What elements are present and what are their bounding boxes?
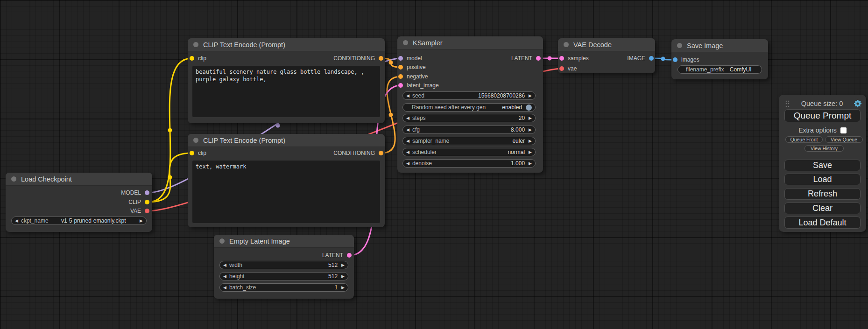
increment-arrow-icon[interactable]: ▶ [529,139,532,143]
input-slot-samples[interactable]: samples [559,54,589,63]
input-slot-positive[interactable]: positive [398,63,426,72]
random-seed-toggle-widget[interactable]: Random seed after every gen enabled [402,103,536,112]
input-slot-clip[interactable]: clip [190,54,206,63]
input-dot-clip[interactable] [190,56,194,61]
input-dot-images[interactable] [673,57,677,62]
node-title-bar[interactable]: Load Checkpoint [6,173,152,186]
collapse-dot[interactable] [219,238,225,244]
ckpt-name-widget[interactable]: ◀ ckpt_name v1-5-pruned-emaonly.ckpt ▶ [11,217,147,225]
steps-widget[interactable]: ◀ steps 20 ▶ [402,114,536,122]
output-dot-latent[interactable] [536,56,541,61]
decrement-arrow-icon[interactable]: ◀ [406,128,409,132]
input-slot-clip[interactable]: clip [190,148,206,158]
node-title-bar[interactable]: Empty Latent Image [214,235,354,248]
output-dot-conditioning[interactable] [379,151,383,155]
node-clip-text-encode-positive[interactable]: CLIP Text Encode (Prompt) clip CONDITION… [188,38,385,123]
input-dot-clip[interactable] [190,151,194,155]
refresh-button[interactable]: Refresh [784,188,861,200]
node-title-bar[interactable]: CLIP Text Encode (Prompt) [188,134,385,147]
input-dot-latent-image[interactable] [398,83,403,88]
batch-size-widget[interactable]: ◀ batch_size 1 ▶ [219,283,348,292]
filename-prefix-widget[interactable]: filename_prefix ComfyUI [677,65,762,74]
decrement-arrow-icon[interactable]: ◀ [406,139,409,143]
output-dot-image[interactable] [649,56,654,61]
view-history-button[interactable]: View History [804,145,844,152]
output-slot-image[interactable]: IMAGE [627,54,654,63]
load-button[interactable]: Load [784,174,861,185]
increment-arrow-icon[interactable]: ▶ [341,263,345,267]
input-dot-positive[interactable] [398,65,403,70]
drag-handle-icon[interactable] [785,100,790,108]
output-slot-clip[interactable]: CLIP [128,197,149,207]
input-slot-negative[interactable]: negative [398,72,428,81]
collapse-dot[interactable] [677,43,682,48]
seed-widget[interactable]: ◀ seed 156680208700286 ▶ [402,91,536,100]
output-dot-vae[interactable] [145,209,149,213]
decrement-arrow-icon[interactable]: ◀ [406,150,409,154]
load-default-button[interactable]: Load Default [784,217,861,229]
node-title-bar[interactable]: KSampler [397,36,543,49]
input-slot-latent-image[interactable]: latent_image [398,81,439,90]
collapse-dot[interactable] [403,40,408,45]
view-queue-button[interactable]: View Queue [825,136,863,143]
height-widget[interactable]: ◀ height 512 ▶ [219,272,348,280]
decrement-arrow-icon[interactable]: ◀ [406,116,409,120]
node-ksampler[interactable]: KSampler model positive negative latent_… [397,36,543,173]
collapse-dot[interactable] [193,42,198,47]
node-vae-decode[interactable]: VAE Decode samples vae IMAGE [558,38,655,73]
collapse-dot[interactable] [11,176,16,182]
output-dot-clip[interactable] [145,200,149,204]
clear-button[interactable]: Clear [784,203,861,214]
output-dot-model[interactable] [145,190,149,195]
input-dot-model[interactable] [398,56,403,61]
output-slot-model[interactable]: MODEL [121,188,149,197]
increment-arrow-icon[interactable]: ▶ [529,116,532,120]
increment-arrow-icon[interactable]: ▶ [529,94,532,98]
node-load-checkpoint[interactable]: Load Checkpoint MODEL CLIP VAE ◀ ckpt_na… [6,173,152,232]
input-dot-negative[interactable] [398,74,403,79]
node-title-bar[interactable]: Save Image [671,39,768,52]
output-slot-vae[interactable]: VAE [130,206,149,216]
settings-gear-icon[interactable] [854,100,861,107]
input-slot-vae[interactable]: vae [559,64,577,73]
output-slot-latent[interactable]: LATENT [511,54,541,63]
decrement-arrow-icon[interactable]: ◀ [223,274,226,279]
decrement-arrow-icon[interactable]: ◀ [15,219,18,223]
output-slot-conditioning[interactable]: CONDITIONING [333,148,383,158]
queue-front-button[interactable]: Queue Front [785,136,823,143]
output-dot-latent[interactable] [347,253,352,258]
increment-arrow-icon[interactable]: ▶ [529,150,532,154]
input-slot-model[interactable]: model [398,54,422,63]
node-save-image[interactable]: Save Image images filename_prefix ComfyU… [671,39,768,79]
increment-arrow-icon[interactable]: ▶ [341,274,345,279]
node-clip-text-encode-negative[interactable]: CLIP Text Encode (Prompt) clip CONDITION… [188,134,385,227]
output-dot-conditioning[interactable] [379,56,383,61]
collapse-dot[interactable] [193,138,198,143]
output-slot-latent[interactable]: LATENT [322,251,352,260]
node-title-bar[interactable]: CLIP Text Encode (Prompt) [188,38,385,51]
prompt-textarea[interactable]: beautiful scenery nature glass bottle la… [192,66,380,117]
queue-panel[interactable]: Queue size: 0 Queue Prompt Extra options… [779,95,866,232]
sampler-name-widget[interactable]: ◀ sampler_name euler ▶ [402,137,536,145]
node-empty-latent-image[interactable]: Empty Latent Image LATENT ◀ width 512 ▶ … [214,235,354,299]
toggle-knob[interactable] [526,105,532,111]
increment-arrow-icon[interactable]: ▶ [341,286,345,290]
width-widget[interactable]: ◀ width 512 ▶ [219,261,348,269]
decrement-arrow-icon[interactable]: ◀ [223,286,226,290]
increment-arrow-icon[interactable]: ▶ [529,128,532,132]
output-slot-conditioning[interactable]: CONDITIONING [333,54,383,63]
comfyui-canvas[interactable]: { "colors": { "model": "#b39ddb", "clip"… [0,0,868,329]
queue-prompt-button[interactable]: Queue Prompt [784,109,861,122]
input-dot-vae[interactable] [559,66,564,71]
input-dot-samples[interactable] [559,56,564,61]
prompt-textarea[interactable]: text, watermark [192,161,380,223]
denoise-widget[interactable]: ◀ denoise 1.000 ▶ [402,159,536,168]
increment-arrow-icon[interactable]: ▶ [529,161,532,166]
cfg-widget[interactable]: ◀ cfg 8.000 ▶ [402,126,536,134]
decrement-arrow-icon[interactable]: ◀ [406,161,409,166]
scheduler-widget[interactable]: ◀ scheduler normal ▶ [402,148,536,156]
node-title-bar[interactable]: VAE Decode [558,38,655,51]
extra-options-checkbox[interactable] [840,127,847,133]
save-button[interactable]: Save [784,160,861,171]
decrement-arrow-icon[interactable]: ◀ [406,94,409,98]
